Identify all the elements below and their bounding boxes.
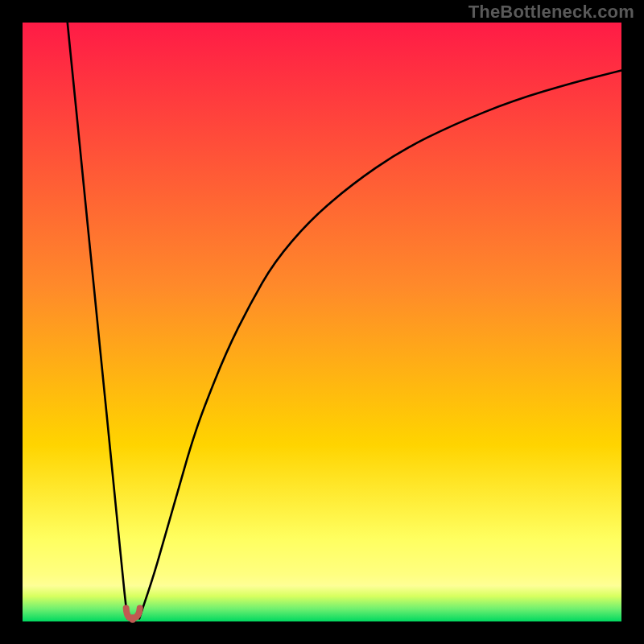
chart-frame: { "watermark": "TheBottleneck.com", "cha…: [0, 0, 644, 644]
plot-baseline-band: [23, 585, 621, 621]
plot-background: [23, 23, 621, 609]
watermark-text: TheBottleneck.com: [469, 2, 634, 23]
bottleneck-chart: [0, 0, 644, 644]
